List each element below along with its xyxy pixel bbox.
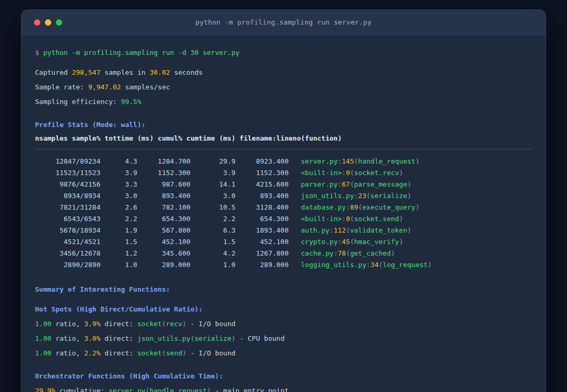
stats-table: 12847/89234 4.3 1284.700 29.9 8923.400 s… [35,156,532,271]
orchestrator-line: 29.9% cumulative: server.py(handle_reque… [35,384,532,392]
hot-spot-line: 1.00 ratio, 2.2% direct: socket(send) - … [35,346,532,361]
command-text: python -m profiling.sampling run -d 30 s… [43,49,240,56]
punctuation: ) [399,169,403,177]
function-cell: validate_token [350,226,408,234]
punctuation: ) [391,249,395,257]
lineno-cell: 145 [342,157,354,165]
cumul-pct-cell: 29.9 [190,157,235,165]
filename-cell: <built-in> [301,169,342,177]
sample-pct-cell: 2.2 [100,215,137,223]
tottime-cell: 567.800 [137,226,191,234]
cumtime-cell: 1893.400 [236,226,289,234]
filename-cell: auth.py [301,226,330,234]
capture-info-block: Captured 298,547 samples in 30.02 second… [35,65,532,109]
text-segment: ) [182,349,187,357]
text-segment: 2.2% [84,349,100,357]
sample-pct-cell: 1.5 [100,238,137,246]
text-segment: - main entry point [211,387,289,392]
text-segment: - I/O bound [187,349,236,357]
punctuation: : [338,157,342,165]
punctuation: ) [399,238,403,246]
text-segment: ratio, [51,349,84,357]
punctuation: ) [407,180,411,188]
filename-cell: <built-in> [301,215,342,223]
text-segment: Sampling efficiency: [35,98,121,106]
text-segment: ( [162,320,166,328]
orchestrators-heading: Orchestrator Functions (High Cumulative … [35,369,532,384]
text-segment: - I/O bound [187,320,236,328]
window-controls [34,10,62,34]
maximize-button[interactable] [56,19,62,26]
spacer [288,203,300,211]
tottime-cell: 1152.300 [137,169,191,177]
sample-pct-cell: 4.3 [100,157,137,165]
text-segment: - CPU bound [236,335,285,342]
function-cell: log_request [383,261,427,269]
nsamples-cell: 11523/11523 [35,169,100,177]
punctuation: ( [350,169,354,177]
function-cell: handle_request [358,157,415,165]
text-segment: ) [232,335,236,342]
punctuation: ( [350,180,354,188]
filename-cell: server.py [301,157,338,165]
minimize-button[interactable] [45,19,51,26]
punctuation: : [366,261,371,269]
spacer [288,238,300,246]
cumtime-cell: 893.400 [236,192,289,200]
stats-table-row: 12847/89234 4.3 1284.700 29.9 8923.400 s… [35,156,532,167]
text-segment: 9,947.02 [88,83,121,91]
punctuation: ( [350,215,354,223]
spacer [288,157,300,165]
profile-stats-heading: Profile Stats (Mode: wall): [35,118,532,132]
close-button[interactable] [34,19,40,26]
stats-table-row: 2890/2890 1.0 289.000 1.0 289.000 loggin… [35,259,532,271]
nsamples-cell: 8934/8934 [35,192,100,200]
cumtime-cell: 1152.300 [236,169,289,177]
text-segment: direct: [100,335,137,342]
text-segment: handle_request [149,387,207,392]
text-segment: 30.02 [149,68,170,76]
punctuation: ( [346,226,350,234]
cumtime-cell: 8923.400 [236,157,289,165]
sample-pct-cell: 1.0 [100,261,137,269]
filename-cell: json_utils.py [301,192,354,200]
text-segment: Captured [35,68,72,76]
text-segment: ) [182,320,187,328]
nsamples-cell: 12847/89234 [35,157,100,165]
tottime-cell: 893.400 [137,192,191,200]
spacer [288,261,300,269]
nsamples-cell: 6543/6543 [35,215,100,223]
filename-cell: parser.py [301,180,338,188]
sample-pct-cell: 3.9 [100,169,137,177]
sample-pct-cell: 1.2 [100,249,137,257]
nsamples-cell: 5678/18934 [35,226,100,234]
text-segment: recv [166,320,182,328]
text-segment: 29.9% [35,387,55,392]
punctuation: ) [407,192,411,200]
punctuation: ) [407,226,411,234]
lineno-cell: 67 [342,180,350,188]
filename-cell: database.py [301,203,346,211]
punctuation: ( [358,203,362,211]
text-segment: ( [162,349,166,357]
punctuation: : [342,215,346,223]
punctuation: : [338,238,342,246]
text-segment: cumulative: [55,387,109,392]
punctuation: : [338,180,342,188]
punctuation: : [346,203,350,211]
text-segment: 298,547 [72,68,100,76]
stats-column-header: nsamples sample% tottime (ms) cumul% cum… [35,132,532,145]
stats-table-row: 8934/8934 3.0 893.400 3.0 893.400 json_u… [35,190,532,202]
stats-table-row: 4521/4521 1.5 452.100 1.5 452.100 crypto… [35,236,532,248]
lineno-cell: 78 [338,249,346,257]
filename-cell: cache.py [301,249,334,257]
text-segment: socket [137,349,162,357]
text-segment: Sample rate: [35,83,88,91]
cumtime-cell: 452.100 [236,238,289,246]
stats-table-row: 11523/11523 3.9 1152.300 3.9 1152.300 <b… [35,167,532,179]
captured-stats-line: Captured 298,547 samples in 30.02 second… [35,65,532,80]
text-segment: ratio, [51,320,84,328]
function-cell: get_cached [350,249,391,257]
cumul-pct-cell: 6.3 [190,226,235,234]
text-segment: ratio, [51,335,84,342]
